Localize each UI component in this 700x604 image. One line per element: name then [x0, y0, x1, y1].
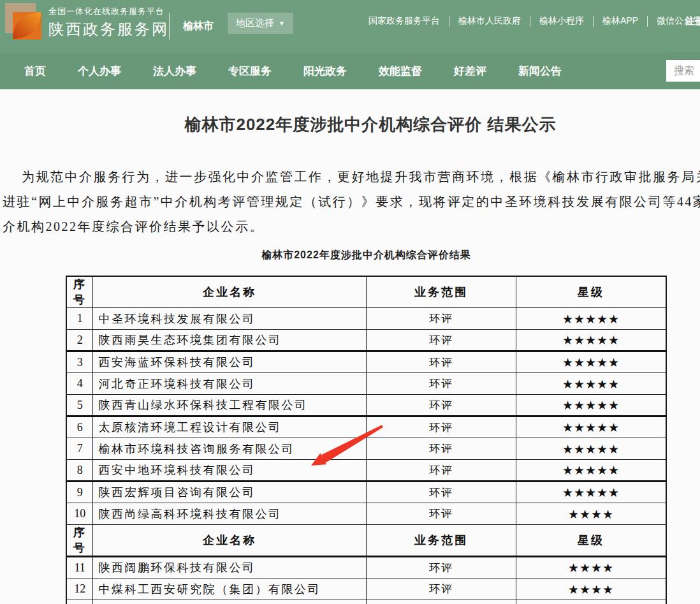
company-name: 中圣环境科技发展有限公司 — [93, 308, 367, 330]
star-rating: ★★★★★ — [516, 330, 666, 351]
business-scope: 环评 — [367, 351, 516, 373]
row-number: 3 — [66, 351, 93, 373]
company-name: 中煤科工西安研究院（集团）有限公司 — [93, 578, 367, 600]
star-rating: ★★★★ — [516, 503, 666, 525]
table-caption: 榆林市2022年度涉批中介机构综合评价结果 — [66, 249, 667, 262]
chevron-down-icon: ▼ — [279, 20, 285, 27]
table-row: 3西安海蓝环保科技有限公司环评★★★★★ — [66, 351, 666, 373]
star-rating: ★★★★★ — [516, 351, 666, 373]
row-number: 10 — [66, 503, 93, 525]
company-name: 陕西雨昊生态环境集团有限公司 — [93, 330, 367, 351]
register-link[interactable]: 注册 — [685, 15, 700, 27]
business-scope: 环评 — [367, 373, 516, 395]
region-selector-label: 地区选择 — [236, 17, 274, 29]
site-logo-text: 全国一体化在线政务服务平台 陕西政务服务网 — [48, 6, 169, 40]
business-scope: 环评 — [367, 438, 516, 460]
table-row: 12中煤科工西安研究院（集团）有限公司环评★★★★ — [66, 578, 666, 600]
paragraph-line: 为规范中介服务行为，进一步强化中介监管工作，更好地提升我市营商环境，根据《榆林市… — [3, 165, 700, 189]
nav-items: 首页 个人办事 法人办事 专区服务 阳光政务 效能监督 好差评 新闻公告 — [0, 52, 700, 89]
business-scope: 环评 — [367, 330, 516, 351]
row-number: 6 — [66, 416, 93, 438]
star-rating: ★★★★★ — [516, 438, 666, 460]
company-name: 陕西尚绿高科环境科技有限公司 — [93, 503, 367, 525]
business-scope: 环评 — [367, 503, 516, 525]
nav-item-rating[interactable]: 好差评 — [454, 64, 486, 78]
company-name: 河北奇正环境科技有限公司 — [93, 373, 367, 395]
site-logo-icon — [5, 3, 41, 40]
row-number: 7 — [66, 438, 93, 460]
column-header-1: 企业名称 — [93, 525, 367, 557]
top-links: 国家政务服务平台 榆林市人民政府 榆林小程序 榆林APP 微信公众号 — [368, 15, 700, 27]
header-divider — [169, 13, 170, 40]
link-yulin-app[interactable]: 榆林APP — [602, 15, 638, 27]
business-scope: 环评 — [367, 482, 516, 503]
main-nav: 首页 个人办事 法人办事 专区服务 阳光政务 效能监督 好差评 新闻公告 — [0, 52, 700, 89]
link-yulin-miniapp[interactable]: 榆林小程序 — [539, 15, 584, 27]
column-header-3: 星级 — [516, 276, 666, 308]
link-separator — [530, 16, 530, 27]
table-header-row: 序号企业名称业务范围星级 — [66, 525, 666, 557]
company-name: 渭南华山环保科技发展有限责任公司 — [93, 600, 367, 604]
current-city-label: 榆林市 — [183, 20, 214, 33]
row-number: 2 — [66, 330, 93, 351]
announcement-content: 榆林市2022年度涉批中介机构综合评价 结果公示 为规范中介服务行为，进一步强化… — [0, 89, 700, 604]
company-name: 陕西青山绿水环保科技工程有限公司 — [93, 395, 367, 416]
nav-item-open-government[interactable]: 阳光政务 — [303, 64, 347, 78]
region-selector-button[interactable]: 地区选择 ▼ — [228, 13, 293, 34]
row-number: 11 — [66, 557, 93, 578]
star-rating: ★★★★ — [516, 600, 666, 604]
row-number: 9 — [66, 482, 93, 503]
column-header-0: 序号 — [66, 525, 93, 557]
table-row: 1中圣环境科技发展有限公司环评★★★★★ — [66, 308, 666, 330]
star-rating: ★★★★★ — [516, 460, 666, 482]
row-number: 8 — [66, 460, 93, 482]
link-yulin-gov[interactable]: 榆林市人民政府 — [458, 15, 521, 27]
page-title: 榆林市2022年度涉批中介机构综合评价 结果公示 — [0, 114, 700, 136]
star-rating: ★★★★★ — [516, 308, 666, 330]
table-row: 2陕西雨昊生态环境集团有限公司环评★★★★★ — [66, 330, 666, 351]
company-name: 陕西宏辉项目咨询有限公司 — [93, 482, 367, 503]
business-scope: 环评 — [367, 600, 516, 604]
star-rating: ★★★★★ — [516, 416, 666, 438]
business-scope: 环评 — [367, 460, 516, 482]
business-scope: 环评 — [367, 557, 516, 578]
link-national-platform[interactable]: 国家政务服务平台 — [368, 15, 440, 27]
table-row: 13渭南华山环保科技发展有限责任公司环评★★★★ — [66, 600, 666, 604]
site-name: 陕西政务服务网 — [48, 19, 169, 40]
row-number: 12 — [66, 578, 93, 600]
star-rating: ★★★★★ — [516, 373, 666, 395]
star-rating: ★★★★ — [516, 557, 666, 578]
column-header-0: 序号 — [66, 276, 93, 308]
nav-item-news[interactable]: 新闻公告 — [518, 64, 562, 78]
table-header-row: 序号企业名称业务范围星级 — [66, 276, 666, 308]
table-row: 11陕西阔鹏环保科技有限公司环评★★★★ — [66, 557, 666, 578]
nav-item-legal-entity-services[interactable]: 法人办事 — [153, 64, 196, 78]
business-scope: 环评 — [367, 416, 516, 438]
nav-item-home[interactable]: 首页 — [24, 64, 46, 78]
platform-label: 全国一体化在线政务服务平台 — [48, 6, 169, 17]
nav-item-zone-services[interactable]: 专区服务 — [228, 64, 272, 78]
column-header-3: 星级 — [516, 525, 666, 557]
search-input[interactable] — [666, 60, 700, 82]
announcement-paragraph: 为规范中介服务行为，进一步强化中介监管工作，更好地提升我市营商环境，根据《榆林市… — [3, 165, 700, 239]
row-number: 13 — [66, 600, 93, 604]
company-name: 西安海蓝环保科技有限公司 — [93, 351, 367, 373]
nav-item-personal-services[interactable]: 个人办事 — [78, 64, 121, 78]
paragraph-line: 介机构2022年度综合评价结果予以公示。 — [3, 214, 700, 239]
table-row: 10陕西尚绿高科环境科技有限公司环评★★★★ — [66, 503, 666, 525]
table-row: 4河北奇正环境科技有限公司环评★★★★★ — [66, 373, 666, 395]
search-box — [666, 60, 700, 82]
row-number: 4 — [66, 373, 93, 395]
company-name: 陕西阔鹏环保科技有限公司 — [93, 557, 367, 578]
star-rating: ★★★★★ — [516, 395, 666, 416]
column-header-1: 企业名称 — [93, 276, 367, 308]
business-scope: 环评 — [367, 578, 516, 600]
link-separator — [593, 16, 594, 27]
annotation-arrow-icon — [298, 418, 388, 469]
nav-item-efficiency-supervision[interactable]: 效能监督 — [379, 64, 422, 78]
paragraph-line: 进驻“网上中介服务超市”中介机构考评管理规定（试行）》要求，现将评定的中圣环境科… — [3, 189, 700, 214]
column-header-2: 业务范围 — [367, 525, 516, 557]
row-number: 1 — [66, 308, 93, 330]
business-scope: 环评 — [367, 395, 516, 416]
table-row: 9陕西宏辉项目咨询有限公司环评★★★★★ — [66, 482, 666, 503]
